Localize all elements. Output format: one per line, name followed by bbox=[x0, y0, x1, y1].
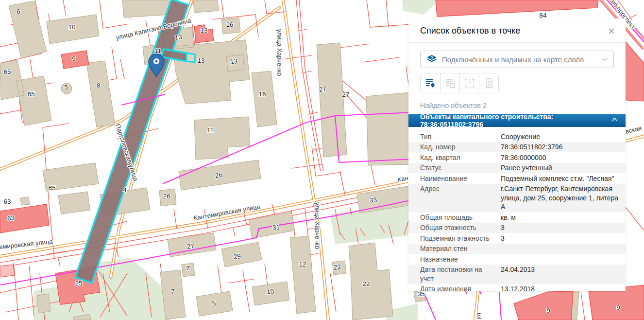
attribute-value: г.Санкт-Петербург, Кантемировская улица,… bbox=[501, 184, 620, 212]
panel-body: Подключённых и видимых на карте слоёв bbox=[408, 43, 626, 109]
attribute-label: Адрес bbox=[420, 184, 501, 212]
attribute-row: Наименование Подземный комплекс ст.м. "Л… bbox=[408, 173, 626, 184]
building-number-label: 9 bbox=[546, 307, 550, 314]
attribute-value bbox=[501, 244, 620, 253]
building-number-label: 63 bbox=[7, 214, 15, 222]
attribute-label: Наименование bbox=[420, 174, 501, 183]
building-number-label: 65 bbox=[48, 184, 55, 192]
attribute-label: Кад. квартал bbox=[420, 153, 501, 162]
attribute-label: Кад. номер bbox=[420, 142, 501, 152]
building-number-label: 11 bbox=[154, 47, 161, 54]
objects-panel: Список объектов в точке × Подключённых и… bbox=[408, 18, 626, 291]
object-group-header[interactable]: Объекты капитального строительства: 78:3… bbox=[408, 114, 626, 127]
attribute-row: Тип Сооружение bbox=[408, 131, 626, 142]
building-number-label: 5 bbox=[212, 300, 216, 307]
attribute-value: 24.04.2013 bbox=[501, 265, 620, 283]
building-number-label: 65 bbox=[27, 90, 34, 98]
attribute-row: Дата изменения сведений в ГКН 13.12.2018 bbox=[408, 284, 626, 291]
attribute-label: Тип bbox=[420, 132, 501, 142]
attribute-row: Материал стен bbox=[408, 244, 626, 254]
building-number-label: 13 bbox=[200, 27, 207, 34]
svg-text:?: ? bbox=[468, 81, 471, 86]
results-count: Найдено объектов 2 bbox=[420, 102, 614, 109]
building-number-label: 27 bbox=[342, 91, 349, 98]
object-group-title: Объекты капитального строительства: 78:3… bbox=[420, 113, 612, 128]
building-number-label: 29 bbox=[233, 252, 241, 261]
building-number-label: 11 bbox=[207, 126, 214, 134]
attributes-table: Тип Сооружение Кад. номер 78:36:0511802:… bbox=[408, 131, 626, 291]
building-number-label: 65 bbox=[3, 68, 11, 75]
building-number-label: 7 bbox=[171, 288, 175, 295]
attribute-label: Материал стен bbox=[420, 244, 501, 253]
attribute-row: Дата постановки на учет 24.04.2013 bbox=[408, 265, 626, 284]
attribute-row: Кад. квартал 78:36:0000000 bbox=[408, 152, 626, 163]
building-number-label: 84 bbox=[539, 12, 547, 19]
attribute-label: Общая этажность bbox=[420, 223, 501, 232]
objects-at-point-button[interactable] bbox=[421, 73, 440, 93]
street-label: улица Харченко bbox=[314, 202, 321, 249]
close-icon[interactable]: × bbox=[607, 26, 616, 36]
report-button[interactable] bbox=[479, 73, 498, 93]
attribute-label: Дата изменения сведений в ГКН bbox=[420, 284, 501, 291]
layers-icon bbox=[426, 55, 437, 64]
attribute-value bbox=[501, 255, 620, 264]
street-label: улица Харченко bbox=[276, 29, 283, 76]
layer-filter-select[interactable]: Подключённых и видимых на карте слоёв bbox=[420, 51, 614, 68]
attribute-row: Общая этажность 3 bbox=[408, 223, 626, 233]
building-number-label: 5 bbox=[64, 84, 68, 91]
building-number-label: 12 bbox=[299, 261, 306, 268]
building-number-label: 8 bbox=[97, 82, 101, 89]
attribute-label: Общая площадь bbox=[420, 213, 501, 222]
identify-area-button[interactable]: ? bbox=[459, 73, 479, 93]
attribute-value: 78:36:0000000 bbox=[501, 153, 620, 162]
building-number-label: 6 bbox=[17, 8, 20, 15]
attribute-label: Назначение bbox=[420, 255, 501, 264]
building-number-label: 26 bbox=[163, 193, 170, 200]
building-number-label: 10 bbox=[266, 287, 274, 295]
layer-filter-value: Подключённых и видимых на карте слоёв bbox=[442, 55, 584, 64]
building-number-label: 22 bbox=[362, 280, 370, 287]
attribute-value: кв. м bbox=[501, 213, 620, 222]
attribute-row: Кад. номер 78:36:0511802:3796 bbox=[408, 142, 626, 153]
attribute-value: Сооружение bbox=[501, 132, 620, 142]
chevron-down-icon bbox=[602, 57, 608, 61]
building-number-label: 25 bbox=[75, 280, 82, 287]
attribute-value: 3 bbox=[501, 223, 620, 232]
objects-in-rect-button[interactable] bbox=[440, 73, 459, 93]
building-number-label: 27 bbox=[186, 242, 195, 250]
building-number-label: 22 bbox=[333, 263, 341, 271]
identify-toolbar: ? bbox=[420, 73, 499, 93]
app-window: улица Капитана Воронинаулица Харченкоули… bbox=[0, 0, 644, 320]
chevron-up-icon: ^ bbox=[611, 116, 617, 124]
building-number-label: 9 bbox=[616, 304, 620, 311]
building-number-label: 4 bbox=[123, 186, 127, 194]
building-number-label: 31 bbox=[272, 223, 280, 231]
building-number-label: 16 bbox=[226, 21, 233, 28]
building-number-label: 63 bbox=[3, 198, 11, 205]
building-number-label: 27 bbox=[319, 85, 327, 93]
panel-title: Список объектов в точке bbox=[420, 26, 520, 36]
panel-header: Список объектов в точке × bbox=[408, 18, 626, 43]
building-number-label: 7 bbox=[186, 265, 190, 272]
attribute-row: Подземная этажность 3 bbox=[408, 233, 626, 244]
attribute-row: Адрес г.Санкт-Петербург, Кантемировская … bbox=[408, 184, 626, 213]
attribute-row: Общая площадь кв. м bbox=[408, 212, 626, 223]
attribute-label: Дата постановки на учет bbox=[420, 265, 501, 283]
building-number-label: 35 bbox=[417, 290, 424, 298]
attribute-label: Статус bbox=[420, 163, 501, 173]
attribute-value: Подземный комплекс ст.м. "Лесная" bbox=[501, 174, 620, 183]
building-number-label: 13 bbox=[197, 57, 204, 64]
attribute-value: 13.12.2018 bbox=[501, 284, 620, 291]
street-label: ул bbox=[474, 312, 482, 320]
attribute-label: Подземная этажность bbox=[420, 234, 501, 243]
building-number-label: 26 bbox=[215, 171, 223, 179]
building-number-label: 13 bbox=[230, 57, 238, 66]
building-number-label: 33 bbox=[369, 196, 377, 204]
building-number-label: 9 bbox=[72, 55, 76, 62]
building-number-label: 13 bbox=[174, 33, 183, 41]
attribute-value: Ранее учтенный bbox=[501, 163, 620, 173]
building-number-label: 16 bbox=[258, 90, 266, 98]
building-number-label: 10 bbox=[68, 23, 75, 31]
attribute-value: 3 bbox=[501, 234, 620, 243]
attribute-row: Статус Ранее учтенный bbox=[408, 163, 626, 174]
